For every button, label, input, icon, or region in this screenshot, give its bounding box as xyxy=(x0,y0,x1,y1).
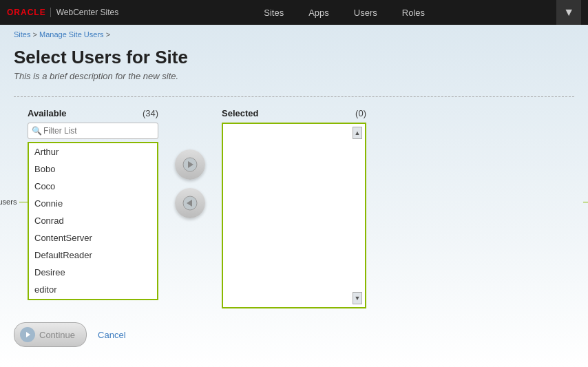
action-bar: Continue Cancel xyxy=(0,308,588,354)
oracle-logo: ORACLE xyxy=(7,8,46,17)
topbar-right: ▼ xyxy=(556,0,581,25)
add-button[interactable] xyxy=(175,149,205,180)
available-list-box: Arthur Bobo Coco Connie Conrad ContentSe… xyxy=(28,142,158,300)
selected-label: Selected xyxy=(222,108,258,118)
list-item[interactable]: Connie xyxy=(29,195,157,212)
selected-list-box: ▲ ▼ xyxy=(222,123,366,308)
brand: ORACLE WebCenter Sites xyxy=(7,8,118,17)
scroll-down-arrow[interactable]: ▼ xyxy=(353,292,362,304)
nav-apps[interactable]: Apps xyxy=(296,0,342,25)
nav-roles[interactable]: Roles xyxy=(390,0,437,25)
nav-users[interactable]: Users xyxy=(342,0,390,25)
top-nav: Sites Apps Users Roles xyxy=(132,0,556,25)
continue-label: Continue xyxy=(39,330,75,340)
transfer-buttons xyxy=(158,149,222,218)
topbar: ORACLE WebCenter Sites Sites Apps Users … xyxy=(0,0,588,25)
selected-list-inner[interactable] xyxy=(223,124,365,295)
breadcrumb-sites[interactable]: Sites xyxy=(14,30,30,39)
annotation-right-line xyxy=(583,202,588,202)
list-item[interactable]: Desiree xyxy=(29,264,157,281)
filter-icon: 🔍 xyxy=(32,126,42,136)
selected-count: (0) xyxy=(355,108,366,118)
nav-sites[interactable]: Sites xyxy=(251,0,296,25)
continue-button[interactable]: Continue xyxy=(14,322,87,347)
product-name: WebCenter Sites xyxy=(50,8,119,17)
list-item[interactable]: Arthur xyxy=(29,143,157,160)
transfer-region: Available users Selected site users Avai… xyxy=(0,108,588,308)
available-panel: Available (34) 🔍 Arthur Bobo Coco Connie… xyxy=(28,108,158,300)
annotation-right-wrap: Selected site users xyxy=(583,198,588,206)
available-label: Available xyxy=(28,108,67,118)
list-item[interactable]: ContentServer xyxy=(29,229,157,247)
page-title: Select Users for Site xyxy=(14,47,574,68)
remove-button[interactable] xyxy=(175,188,205,218)
breadcrumb-manage-site-users[interactable]: Manage Site Users xyxy=(39,30,104,39)
list-item[interactable]: Coco xyxy=(29,178,157,195)
filter-input[interactable] xyxy=(28,123,158,139)
available-header: Available (34) xyxy=(28,108,158,118)
transfer-area: Available (34) 🔍 Arthur Bobo Coco Connie… xyxy=(14,108,574,308)
available-list-inner[interactable]: Arthur Bobo Coco Connie Conrad ContentSe… xyxy=(29,143,157,299)
main-content: Sites > Manage Site Users > Select Users… xyxy=(0,25,588,367)
breadcrumb: Sites > Manage Site Users > xyxy=(0,25,588,41)
available-count: (34) xyxy=(143,108,158,118)
page-header: Select Users for Site This is a brief de… xyxy=(0,41,588,92)
selected-header: Selected (0) xyxy=(222,108,366,118)
filter-wrap: 🔍 xyxy=(28,123,158,139)
page-description: This is a brief description for the new … xyxy=(14,71,574,81)
selected-panel: Selected (0) ▲ ▼ xyxy=(222,108,366,308)
list-item[interactable]: Bobo xyxy=(29,160,157,178)
scroll-up-arrow[interactable]: ▲ xyxy=(353,127,362,139)
cancel-button[interactable]: Cancel xyxy=(98,330,125,340)
continue-icon xyxy=(20,327,35,342)
list-item[interactable]: DefaultReader xyxy=(29,247,157,264)
topbar-dropdown-icon[interactable]: ▼ xyxy=(556,0,581,25)
list-item[interactable]: Conrad xyxy=(29,212,157,229)
list-item[interactable]: editor xyxy=(29,281,157,298)
divider xyxy=(14,96,574,97)
